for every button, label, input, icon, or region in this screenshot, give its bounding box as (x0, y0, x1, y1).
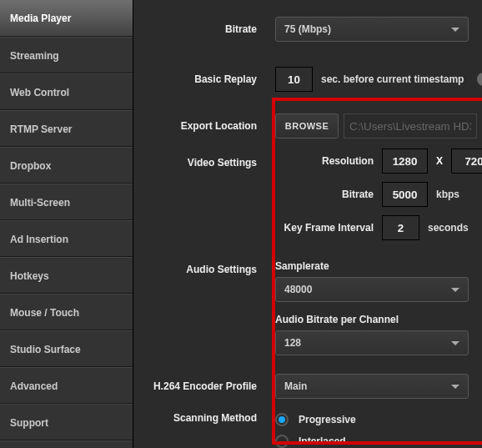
bitrate-value: 75 (Mbps) (284, 23, 331, 35)
sidebar-item-studio-surface[interactable]: Studio Surface (0, 330, 133, 367)
sidebar-item-support[interactable]: Support (0, 404, 133, 440)
scanning-method-label: Scanning Method (133, 412, 275, 424)
scanning-progressive-radio[interactable] (275, 413, 289, 426)
resolution-width-input[interactable] (382, 148, 428, 174)
sidebar-item-mouse-touch[interactable]: Mouse / Touch (0, 294, 133, 330)
chevron-down-icon (451, 288, 459, 292)
sidebar-item-web-control[interactable]: Web Control (0, 73, 133, 110)
sidebar-item-dropbox[interactable]: Dropbox (0, 147, 133, 184)
sidebar-item-ad-insertion[interactable]: Ad Insertion (0, 220, 133, 257)
scanning-progressive-label: Progressive (299, 414, 356, 425)
samplerate-select[interactable]: 48000 (275, 277, 469, 302)
bitrate-select[interactable]: 75 (Mbps) (275, 17, 469, 42)
resolution-label: Resolution (275, 155, 374, 167)
info-icon[interactable]: i (477, 73, 482, 86)
video-bitrate-input[interactable] (382, 182, 428, 207)
samplerate-value: 48000 (284, 284, 312, 295)
video-bitrate-label: Bitrate (275, 189, 374, 200)
encoder-profile-value: Main (284, 380, 307, 392)
resolution-height-input[interactable] (451, 148, 482, 174)
export-path-input[interactable] (344, 113, 477, 138)
audio-bitrate-value: 128 (284, 337, 301, 349)
browse-button[interactable]: BROWSE (275, 113, 339, 138)
encoder-profile-label: H.264 Encoder Profile (133, 380, 275, 392)
sidebar-item-advanced[interactable]: Advanced (0, 367, 133, 404)
basic-replay-label: Basic Replay (133, 73, 275, 85)
settings-content: Bitrate 75 (Mbps) Basic Replay sec. befo… (133, 0, 482, 448)
scanning-interlaced-label: Interlaced (299, 435, 346, 447)
settings-window: Media Player Streaming Web Control RTMP … (0, 0, 482, 448)
audio-settings-label: Audio Settings (133, 264, 275, 275)
video-settings-label: Video Settings (133, 157, 275, 169)
encoder-profile-select[interactable]: Main (275, 374, 469, 399)
audio-bitrate-select[interactable]: 128 (275, 330, 469, 355)
radio-dot-icon (279, 416, 285, 423)
kfi-unit: seconds (428, 222, 469, 234)
sidebar-item-streaming[interactable]: Streaming (0, 37, 133, 73)
bitrate-label: Bitrate (133, 23, 275, 35)
kfi-input[interactable] (382, 215, 419, 240)
sidebar-item-hotkeys[interactable]: Hotkeys (0, 257, 133, 294)
chevron-down-icon (451, 385, 459, 389)
settings-sidebar: Media Player Streaming Web Control RTMP … (0, 0, 133, 448)
sidebar-item-multi-screen[interactable]: Multi-Screen (0, 184, 133, 220)
samplerate-label: Samplerate (275, 260, 482, 272)
kfi-label: Key Frame Interval (275, 222, 374, 234)
basic-replay-input[interactable] (275, 67, 313, 92)
sidebar-item-rtmp-server[interactable]: RTMP Server (0, 110, 133, 147)
sidebar-item-media-player[interactable]: Media Player (0, 0, 133, 37)
chevron-down-icon (451, 341, 459, 345)
sidebar-item-about[interactable]: About (0, 440, 133, 448)
audio-bitrate-channel-label: Audio Bitrate per Channel (275, 314, 482, 325)
scanning-interlaced-radio[interactable] (275, 435, 289, 448)
video-bitrate-unit: kbps (436, 189, 459, 200)
resolution-x: X (436, 155, 443, 167)
export-location-label: Export Location (133, 120, 275, 132)
chevron-down-icon (451, 28, 459, 32)
basic-replay-after-label: sec. before current timestamp (321, 73, 464, 85)
